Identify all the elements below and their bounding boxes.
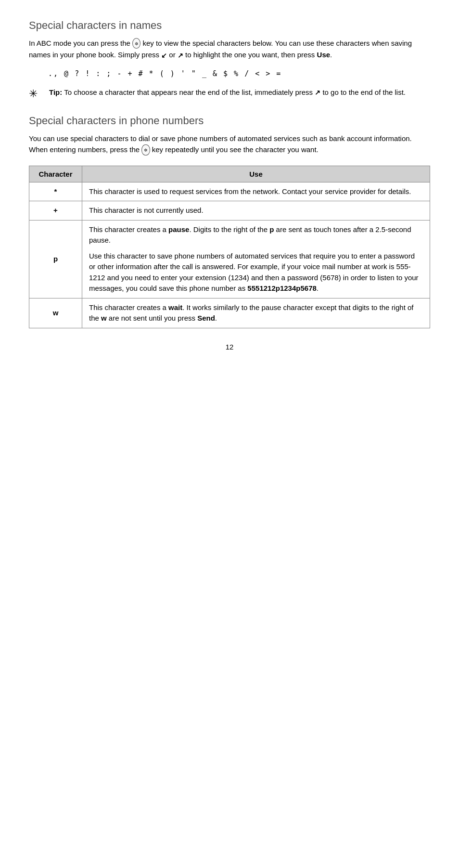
table-row: p This character creates a pause. Digits…	[29, 220, 430, 298]
table-cell-char-p: p	[29, 220, 82, 298]
table-row: w This character creates a wait. It work…	[29, 298, 430, 328]
right-arrow-icon: ↗	[178, 51, 183, 61]
table-cell-char-star: *	[29, 182, 82, 201]
special-chars-display: ., @ ? ! : ; - + # * ( ) ' " _ & $ % / <…	[48, 69, 430, 78]
special-chars-table: Character Use * This character is used t…	[29, 166, 430, 328]
tip-arrow-icon: ↗	[315, 88, 320, 98]
wait-bold: wait	[168, 303, 182, 311]
left-arrow-icon: ↙	[161, 51, 167, 61]
table-cell-use-w: This character creates a wait. It works …	[82, 298, 430, 328]
section1-body-text3: or	[169, 51, 175, 59]
table-cell-char-plus: +	[29, 201, 82, 220]
send-bold: Send	[197, 314, 215, 322]
section1-body-text1: In ABC mode you can press the	[29, 39, 130, 47]
section1-body: In ABC mode you can press the ✲ key to v…	[29, 38, 430, 61]
tip-lightbulb-icon: ✳	[29, 88, 44, 100]
section1-use-label: Use	[317, 51, 331, 59]
w-bold: w	[101, 314, 107, 322]
section1-body-text4: to highlight the one you want, then pres…	[185, 51, 315, 59]
table-row: * This character is used to request serv…	[29, 182, 430, 201]
example-number-bold: 5551212p1234p5678	[247, 284, 316, 292]
tip-box: ✳ Tip: To choose a character that appear…	[29, 87, 430, 100]
page-number: 12	[29, 343, 430, 351]
section2-body-text2: key repeatedly until you see the charact…	[152, 145, 319, 154]
table-header-character: Character	[29, 166, 82, 182]
table-row: + This character is not currently used.	[29, 201, 430, 220]
star-key-icon: ✲	[132, 38, 140, 49]
section2-star-key-icon: ✲	[141, 144, 150, 155]
table-cell-use-plus: This character is not currently used.	[82, 201, 430, 220]
tip-content: Tip: To choose a character that appears …	[49, 87, 406, 98]
table-header-use: Use	[82, 166, 430, 182]
table-cell-char-w: w	[29, 298, 82, 328]
tip-text3: to go to the end of the list.	[322, 88, 406, 96]
p-row-text1: This character creates a pause. Digits t…	[89, 224, 423, 246]
section1-title: Special characters in names	[29, 19, 430, 32]
table-cell-use-star: This character is used to request servic…	[82, 182, 430, 201]
tip-label: Tip:	[49, 88, 62, 96]
p-bold: p	[269, 225, 274, 233]
table-cell-use-p: This character creates a pause. Digits t…	[82, 220, 430, 298]
section2-body: You can use special characters to dial o…	[29, 133, 430, 156]
pause-bold: pause	[168, 225, 189, 233]
tip-text2: To choose a character that appears near …	[64, 88, 313, 96]
section2-title: Special characters in phone numbers	[29, 115, 430, 127]
p-row-text2: Use this character to save phone numbers…	[89, 251, 423, 294]
